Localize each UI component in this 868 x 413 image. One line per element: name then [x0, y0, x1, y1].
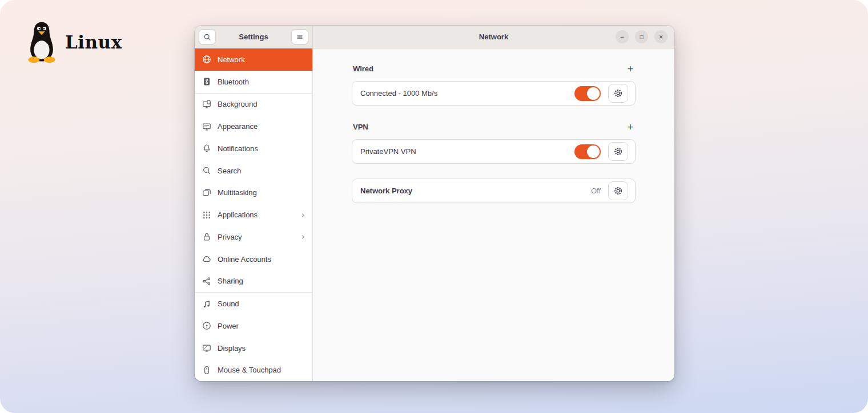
sidebar-item-label: Network [218, 55, 245, 64]
sidebar-item-appearance[interactable]: Appearance [195, 115, 312, 137]
sidebar-headerbar: Settings [195, 26, 313, 48]
sidebar-item-multitasking[interactable]: Multitasking [195, 182, 312, 204]
bluetooth-icon [202, 77, 211, 86]
sidebar-item-notifications[interactable]: Notifications [195, 137, 312, 160]
privacy-lock-icon [202, 232, 211, 241]
wired-connection-label: Connected - 1000 Mb/s [360, 89, 437, 98]
search-icon [203, 33, 211, 41]
sidebar-item-label: Search [218, 167, 241, 175]
multitasking-windows-icon [202, 188, 211, 197]
wired-toggle[interactable] [574, 86, 601, 101]
minimize-button[interactable]: − [616, 30, 629, 43]
sidebar-item-network[interactable]: Network [195, 48, 312, 71]
mouse-icon [202, 366, 211, 375]
sidebar-item-label: Power [218, 322, 239, 330]
sharing-nodes-icon [202, 277, 211, 286]
sidebar-item-sharing[interactable]: Sharing [195, 270, 312, 293]
search-icon [202, 166, 211, 175]
network-proxy-row[interactable]: Network Proxy Off [352, 179, 636, 203]
sidebar-item-search[interactable]: Search [195, 160, 312, 182]
desktop-background: Linux Settings Network [0, 0, 868, 413]
gear-icon [613, 186, 623, 196]
tux-penguin-icon [25, 21, 58, 64]
vpn-toggle[interactable] [574, 144, 601, 159]
window-controls: − □ × [616, 30, 668, 43]
online-accounts-cloud-icon [202, 254, 211, 264]
search-button[interactable] [199, 29, 216, 44]
settings-window: Settings Network − □ × [195, 26, 674, 381]
sound-note-icon [202, 299, 211, 309]
sidebar-item-displays[interactable]: Displays [195, 337, 312, 359]
network-proxy-label: Network Proxy [360, 187, 412, 195]
proxy-settings-button[interactable] [608, 181, 628, 200]
sidebar-item-label: Sharing [218, 277, 243, 285]
vpn-connection-row: PrivateVPN VPN [352, 139, 636, 164]
sidebar-item-label: Background [218, 100, 257, 108]
brand-text: Linux [65, 32, 122, 52]
sidebar-item-privacy[interactable]: Privacy › [195, 226, 312, 248]
wired-connection-row: Connected - 1000 Mb/s [352, 81, 636, 106]
sidebar-item-background[interactable]: Background [195, 94, 312, 116]
wired-section: Wired + Connected - 1000 Mb/s [352, 64, 636, 106]
linux-brand: Linux [25, 21, 122, 64]
sidebar-item-label: Sound [218, 299, 239, 308]
sidebar-item-applications[interactable]: Applications › [195, 204, 312, 226]
window-body: Network Bluetooth [195, 48, 674, 381]
sidebar-item-label: Online Accounts [218, 255, 271, 264]
sidebar-item-label: Applications [218, 210, 258, 219]
sidebar-item-sound[interactable]: Sound [195, 293, 312, 315]
add-wired-connection-button[interactable]: + [626, 65, 634, 73]
proxy-status-badge: Off [591, 187, 601, 195]
sidebar-item-label: Privacy [218, 233, 242, 241]
sidebar-item-label: Appearance [218, 122, 258, 131]
sidebar: Network Bluetooth [195, 48, 313, 381]
headerbar: Settings Network − □ × [195, 26, 674, 48]
chevron-right-icon: › [302, 232, 305, 241]
vpn-section: VPN + PrivateVPN VPN [352, 123, 636, 164]
sidebar-item-online-accounts[interactable]: Online Accounts [195, 248, 312, 270]
network-icon [202, 55, 211, 64]
vpn-section-title: VPN [353, 123, 368, 131]
maximize-button[interactable]: □ [635, 30, 648, 43]
sidebar-item-label: Bluetooth [218, 78, 249, 86]
sidebar-item-power[interactable]: Power [195, 315, 312, 337]
vpn-settings-button[interactable] [608, 142, 628, 161]
notifications-bell-icon [202, 144, 211, 153]
wired-section-title: Wired [353, 64, 373, 73]
network-panel: Wired + Connected - 1000 Mb/s [313, 48, 674, 381]
menu-button[interactable] [291, 29, 308, 44]
appearance-icon [202, 122, 211, 131]
wired-settings-button[interactable] [608, 84, 628, 103]
sidebar-item-label: Multitasking [218, 188, 257, 197]
sidebar-item-label: Displays [218, 344, 246, 353]
hamburger-menu-icon [296, 33, 304, 41]
applications-grid-icon [202, 210, 211, 220]
power-icon [202, 321, 211, 330]
background-icon [202, 100, 211, 109]
sidebar-title: Settings [239, 33, 268, 41]
chevron-right-icon: › [302, 210, 305, 220]
sidebar-item-mouse-touchpad[interactable]: Mouse & Touchpad [195, 359, 312, 382]
toggle-knob [587, 87, 600, 100]
gear-icon [613, 147, 623, 156]
add-vpn-button[interactable]: + [626, 123, 634, 131]
vpn-connection-label: PrivateVPN VPN [360, 147, 416, 156]
sidebar-item-label: Mouse & Touchpad [218, 366, 281, 374]
sidebar-item-bluetooth[interactable]: Bluetooth [195, 71, 312, 93]
toggle-knob [587, 145, 600, 158]
close-button[interactable]: × [654, 30, 668, 43]
main-headerbar: Network − □ × [313, 26, 674, 48]
sidebar-item-label: Notifications [218, 144, 258, 153]
displays-monitor-icon [202, 343, 211, 353]
gear-icon [613, 88, 623, 98]
